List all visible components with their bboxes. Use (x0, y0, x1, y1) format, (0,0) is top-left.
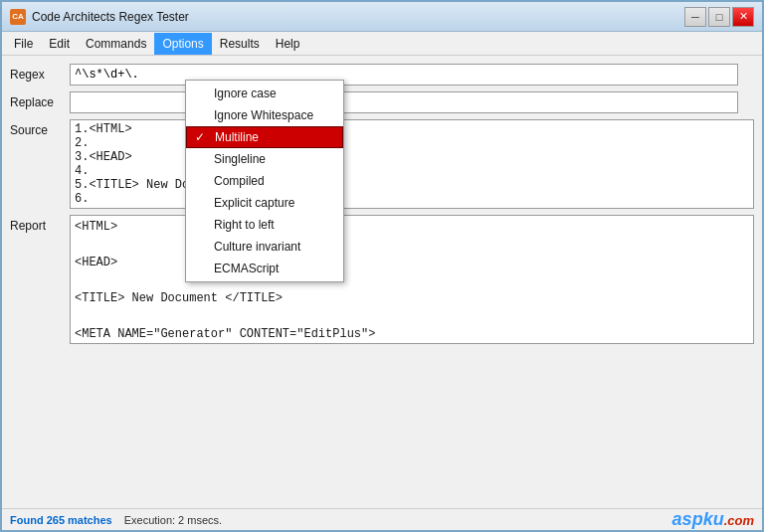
status-bar: Found 265 matches Execution: 2 msecs. as… (2, 508, 762, 530)
source-line: 4. (75, 164, 749, 178)
title-bar: CA Code Architects Regex Tester ─ □ ✕ (2, 2, 762, 32)
logo: aspku.com (672, 509, 754, 530)
matches-count: Found 265 matches (10, 514, 112, 526)
menu-item-compiled[interactable]: Compiled (186, 170, 343, 192)
source-line: 3.<HEAD> (75, 150, 749, 164)
menu-item-right-to-left[interactable]: Right to left (186, 214, 343, 236)
window-title: Code Architects Regex Tester (32, 10, 684, 24)
replace-input[interactable] (70, 91, 738, 113)
main-panel: Regex Replace Source 1.<HTML> 2. 3.<HEAD… (2, 56, 762, 380)
options-dropdown: Ignore case Ignore Whitespace ✓ Multilin… (185, 80, 344, 282)
menu-item-explicit-capture[interactable]: Explicit capture (186, 192, 343, 214)
execution-time: Execution: 2 msecs. (124, 514, 222, 526)
report-label: Report (10, 215, 70, 233)
report-text[interactable]: <HTML> <HEAD> <TITLE> New Document </TIT… (70, 215, 754, 344)
main-window: CA Code Architects Regex Tester ─ □ ✕ Fi… (0, 0, 764, 532)
close-button[interactable]: ✕ (732, 7, 754, 27)
minimize-button[interactable]: ─ (684, 7, 706, 27)
menu-item-ecmascript[interactable]: ECMAScript (186, 258, 343, 279)
menu-file[interactable]: File (6, 33, 41, 55)
source-text[interactable]: 1.<HTML> 2. 3.<HEAD> 4. 5.<TITLE> New Do… (70, 119, 754, 209)
regex-row: Regex (10, 64, 754, 86)
menu-item-ignore-whitespace[interactable]: Ignore Whitespace (186, 104, 343, 126)
menu-results[interactable]: Results (212, 33, 268, 55)
logo-domain: .com (724, 513, 754, 528)
report-row: Report <HTML> <HEAD> <TITLE> New Documen… (10, 215, 754, 344)
report-line (75, 309, 749, 323)
menu-commands[interactable]: Commands (78, 33, 154, 55)
source-line: 2. (75, 136, 749, 150)
menu-item-ignore-case[interactable]: Ignore case (186, 83, 343, 104)
app-icon: CA (10, 9, 26, 25)
source-label: Source (10, 119, 70, 137)
menu-edit[interactable]: Edit (41, 33, 78, 55)
replace-row: Replace (10, 91, 754, 113)
source-line: 6. (75, 192, 749, 206)
report-line: <TITLE> New Document </TITLE> (75, 291, 749, 305)
maximize-button[interactable]: □ (708, 7, 730, 27)
logo-suffix: ku (703, 509, 724, 529)
report-line: <META NAME="Generator" CONTENT="EditPlus… (75, 327, 749, 341)
source-line: 5.<TITLE> New Document </TITLE> (75, 178, 749, 192)
check-multiline: ✓ (195, 130, 205, 144)
report-line (75, 238, 749, 252)
report-line: <HEAD> (75, 256, 749, 269)
menu-bar: File Edit Commands Options Results Help (2, 32, 762, 56)
report-line (75, 273, 749, 287)
logo-text: asp (672, 509, 703, 529)
menu-item-culture-invariant[interactable]: Culture invariant (186, 236, 343, 258)
menu-options[interactable]: Options (154, 33, 211, 55)
source-row: Source 1.<HTML> 2. 3.<HEAD> 4. 5.<TITLE>… (10, 119, 754, 209)
regex-label: Regex (10, 64, 70, 82)
menu-item-multiline[interactable]: ✓ Multiline (186, 126, 343, 148)
menu-help[interactable]: Help (268, 33, 308, 55)
source-line: 1.<HTML> (75, 122, 749, 136)
regex-input[interactable] (70, 64, 738, 86)
content-area: Regex Replace Source 1.<HTML> 2. 3.<HEAD… (2, 56, 762, 530)
report-line: <HTML> (75, 220, 749, 234)
menu-item-singleline[interactable]: Singleline (186, 148, 343, 170)
window-controls: ─ □ ✕ (684, 7, 754, 27)
replace-label: Replace (10, 91, 70, 109)
